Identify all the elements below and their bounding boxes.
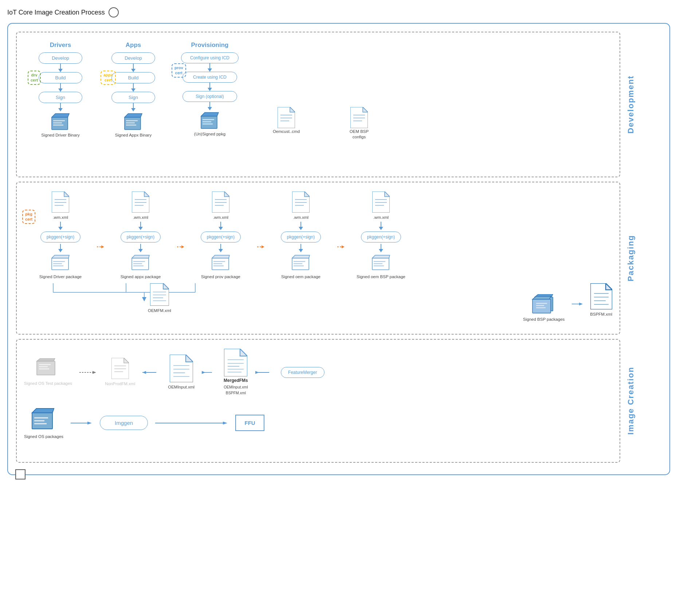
wm1-label: .wm.xml [53,215,68,220]
prov-create: Create using ICD [182,72,237,83]
oembsp-doc-icon [350,107,368,128]
oemfm-doc-icon [150,283,169,306]
svg-rect-110 [37,361,55,375]
svg-marker-16 [290,107,295,112]
signed-appx-binary-icon [122,111,145,132]
signed-prov-pkg-label: Signed prov package [201,274,240,280]
development-label: Development [621,32,641,177]
svg-rect-3 [53,122,62,123]
mergedfm-to-oeminput-arrow [202,370,216,375]
svg-rect-9 [126,125,136,126]
drivers-sign: Sign [39,92,82,103]
svg-rect-45 [133,263,142,264]
svg-rect-14 [203,123,213,125]
svg-marker-103 [579,303,583,305]
pkg-wm1-icon [52,191,69,213]
svg-marker-1 [52,114,69,117]
wm4-label: .wm.xml [293,215,308,220]
signed-os-pkgs-icon [29,407,58,432]
signed-driver-binary-icon [49,111,72,132]
page-title: IoT Core Image Creation Process [7,7,677,17]
svg-marker-147 [87,422,92,425]
unsigned-ppkg-icon [198,110,221,131]
svg-marker-6 [125,114,142,117]
svg-marker-60 [262,245,264,248]
svg-marker-26 [64,191,69,197]
drivers-title: Drivers [50,42,71,49]
prov-sign: Sign (optional) [182,91,237,102]
drivers-build: Build [39,72,82,83]
svg-marker-43 [132,255,149,258]
signed-appx-pkg-label: Signed appx package [121,274,161,280]
signed-appx-pkg-icon [130,254,152,272]
svg-rect-70 [294,265,304,266]
wm3-label: .wm.xml [213,215,228,220]
signed-prov-pkg-icon [210,254,232,272]
imggen-to-ffu-arrow [155,420,228,426]
os-to-imggen-arrow [71,420,93,426]
svg-rect-82 [374,265,384,266]
nonprodfm-to-oeminput-arrow [142,370,161,375]
svg-rect-32 [53,261,65,262]
main-diagram: Development drvcert Drivers Develop Buil… [7,23,670,475]
svg-marker-79 [372,255,390,258]
apps-develop: Develop [111,52,155,64]
svg-rect-112 [39,364,51,365]
signed-oem-pkg-label: Signed oem package [281,274,321,280]
svg-marker-74 [385,191,390,197]
svg-rect-81 [374,263,382,264]
signed-bsp-pkgs-label: Signed BSP packages [523,317,565,322]
svg-marker-55 [212,255,229,258]
unsigned-ppkg-label: (Un)Signed ppkg [194,131,225,137]
image-creation-label: Image Creation [621,340,641,462]
svg-rect-69 [294,263,302,264]
svg-marker-11 [201,112,219,116]
wm2-label: .wm.xml [133,215,148,220]
svg-rect-34 [53,265,63,266]
svg-marker-72 [342,245,345,248]
imggen-box: Imggen [100,416,148,430]
oembsp-label: OEM BSPconfigs [350,129,369,140]
svg-marker-62 [304,191,310,197]
svg-rect-46 [133,265,144,266]
featuremerger-to-merged-arrow [255,370,274,375]
svg-marker-38 [144,191,149,197]
image-creation-section: Image Creation Signed OS Test package [16,339,620,463]
svg-marker-98 [532,296,551,299]
pkg-arrow4 [337,244,345,249]
pkg-arrow1 [97,244,104,249]
svg-marker-118 [124,358,129,363]
bsp-to-bspfm-arrow [572,301,583,307]
feature-merger-box: FeatureMerger [281,367,325,378]
svg-rect-12 [203,119,214,120]
svg-rect-80 [374,261,385,262]
svg-rect-44 [133,261,145,262]
prov-cert-badge: provcert [172,63,186,78]
svg-rect-13 [203,121,211,122]
prov-configure: Configure using ICD [181,52,239,63]
svg-rect-143 [34,417,48,419]
pkggen1: pkggen(+sign) [40,232,80,242]
drv-cert-badge: drvcert [28,71,41,85]
pkggen4: pkggen(+sign) [281,232,321,242]
svg-rect-33 [53,263,62,264]
oemcust-doc-icon [278,107,295,128]
svg-marker-133 [240,349,247,356]
appx-cert-badge: appxcert [101,71,116,85]
title-circle [109,7,119,17]
apps-build: Build [111,72,155,83]
development-section: Development drvcert Drivers Develop Buil… [16,32,620,177]
signed-os-pkgs-label: Signed OS packages [24,434,63,439]
packaging-section: Packaging pkgcert .w [16,182,620,335]
apps-sign: Sign [111,92,155,103]
provisioning-title: Provisioning [191,42,229,49]
svg-marker-142 [32,408,54,413]
oeminput-label: OEMInput.xml [168,384,194,390]
drivers-develop: Develop [39,52,82,64]
svg-marker-21 [363,107,368,112]
pkg-wm5-icon [372,191,390,213]
signed-oem-pkg-icon [290,254,312,272]
signed-driver-pkg-label: Signed Driver package [39,274,82,280]
svg-rect-145 [34,423,47,425]
svg-rect-68 [294,261,305,262]
